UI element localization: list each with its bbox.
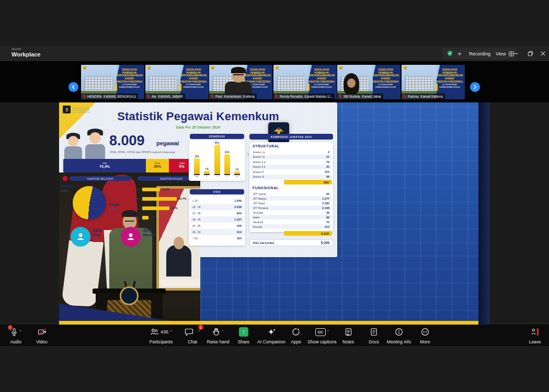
wilayah-pusat-pie-chart <box>73 186 106 220</box>
fungsional-row: JFT Madya1.277 <box>250 196 332 201</box>
grade-bar <box>142 197 177 201</box>
chat-options-caret[interactable]: ^ <box>198 329 200 333</box>
captions-options-caret[interactable]: ^ <box>327 329 329 333</box>
ministry-mini-text <box>87 66 99 70</box>
meeting-toolbar: ! ^ Audio Video 436 ^ Participants 1 ^ <box>0 325 549 346</box>
participant-tile[interactable]: SOSIALISASI PEMBINAAN DAN PENGEMBANGAN K… <box>145 65 209 99</box>
participants-button[interactable]: 436 ^ Participants <box>141 327 181 344</box>
camera-off-icon <box>38 328 47 336</box>
status-segment-pppk: PPPK 20% <box>146 159 169 172</box>
participant-name: Rahma_Kanwil Kalteng <box>408 95 443 98</box>
view-button-label[interactable]: View <box>496 51 506 56</box>
participant-name-tag: Aiy_KANWIL JABAR <box>145 94 185 99</box>
grade-bar-row: Gol IV 18,6% <box>130 186 194 192</box>
portrait-head <box>174 237 184 249</box>
close-button[interactable] <box>539 49 547 57</box>
participant-tile[interactable]: SOSIALISASI PEMBINAAN DAN PENGEMBANGAN K… <box>81 65 144 99</box>
workspace-label: Workplace <box>12 51 40 57</box>
participant-name-tag: Rahma_Kanwil Kalteng <box>402 94 445 99</box>
fungsional-title: FUNGSIONAL <box>253 186 279 190</box>
building-graphic <box>405 76 433 92</box>
generation-bar: 23% Z <box>224 151 230 178</box>
screen-bezel <box>478 102 490 325</box>
fungsional-row: Terampil75 <box>250 220 332 224</box>
zoom-logo: zoom <box>12 47 21 51</box>
ministry-mini-logo <box>211 66 214 70</box>
event-banner: SOSIALISASI PEMBINAAN DAN PENGEMBANGAN K… <box>436 68 463 88</box>
ai-companion-icon <box>267 328 276 337</box>
age-panel-title: USIA <box>190 189 244 194</box>
minimize-button[interactable] <box>511 49 520 57</box>
chat-icon <box>185 328 193 336</box>
participants-options-caret[interactable]: ^ <box>170 329 172 333</box>
participant-tile[interactable]: SOSIALISASI PEMBINAAN DAN PENGEMBANGAN K… <box>209 65 272 99</box>
audio-alert-badge: ! <box>8 325 13 330</box>
ministry-mini-logo <box>83 66 86 70</box>
building-graphic <box>85 76 112 92</box>
age-row: 41 - 45448 <box>190 223 244 229</box>
main-stage-video: KEMENTERIAN HUKUM REPUBLIK INDONESIA <box>59 102 490 325</box>
generation-bar-chart: 12% BB 1% X 64% Y 23% Z <box>192 143 242 178</box>
participants-count: 436 <box>161 329 168 335</box>
ministry-mini-logo <box>339 66 342 70</box>
generation-bar: 1% X <box>204 168 210 178</box>
fungsional-total: 6.228 <box>284 231 332 236</box>
captions-icon: CC <box>315 328 326 336</box>
muted-mic-icon <box>146 94 151 99</box>
age-row: ≤ 251.849 <box>190 198 244 204</box>
grade-bar <box>142 216 148 220</box>
more-icon <box>421 328 429 336</box>
share-screen-icon: ↑ <box>239 327 248 337</box>
total-employees-value: 8.009 <box>109 133 145 149</box>
fungsional-row: JFT Pertama2.166 <box>250 205 332 210</box>
fungsional-row: Mahir86 <box>250 215 332 220</box>
participant-tile[interactable]: SOSIALISASI PEMBINAAN DAN PENGEMBANGAN K… <box>337 65 401 99</box>
audio-options-caret[interactable]: ^ <box>20 329 22 333</box>
meeting-status-pill: Recording View <box>442 48 517 59</box>
male-percentage-circle <box>71 227 90 247</box>
grade-bar-row: Gol II 4,4% <box>130 205 194 211</box>
ministry-mini-text <box>408 66 419 70</box>
leave-button[interactable]: Leave <box>518 327 549 344</box>
pelaksana-row: PELAKSANA 5.209 <box>249 239 333 246</box>
muted-mic-icon <box>403 94 407 99</box>
muted-mic-icon <box>338 94 342 99</box>
participant-tile[interactable]: SOSIALISASI PEMBINAAN DAN PENGEMBANGAN K… <box>402 65 465 99</box>
struktural-row: Eselon II.a76 <box>250 159 332 165</box>
ai-companion-status-icon[interactable] <box>456 51 463 57</box>
filmstrip-next-button[interactable] <box>470 82 480 92</box>
filmstrip-prev-button[interactable] <box>68 82 78 92</box>
pie-right-label: Pusat <box>109 203 119 206</box>
video-button[interactable]: Video <box>25 327 59 344</box>
participant-video-person <box>225 82 252 94</box>
fungsional-row: JFT Utama92 <box>250 191 332 196</box>
portrait-figure <box>166 245 191 276</box>
struktural-row: Eselon III475 <box>250 169 332 175</box>
more-button[interactable]: More <box>408 327 442 344</box>
status-segment-pns: PNS 70,4% <box>63 159 146 172</box>
info-icon <box>395 328 403 336</box>
video-filmstrip: SOSIALISASI PEMBINAAN DAN PENGEMBANGAN K… <box>0 61 549 102</box>
participant-name-tag: HENDRA_KANWIL BENGKULU <box>81 94 138 99</box>
building-graphic <box>149 76 177 92</box>
leave-icon <box>531 328 540 336</box>
recording-label: Recording <box>469 51 490 56</box>
male-stats: 54% Pria 4.349 <box>93 228 102 241</box>
maximize-button[interactable] <box>526 49 534 57</box>
event-banner: SOSIALISASI PEMBINAAN DAN PENGEMBANGAN K… <box>307 68 335 88</box>
age-row: 46 - 50212 <box>190 229 244 235</box>
pie-left-label: Wilayah <box>60 184 74 188</box>
participant-name-tag: Rendy Renaldy_Kanwil Maluku U... <box>273 94 335 99</box>
ministry-mini-logo <box>404 66 407 70</box>
participant-tile[interactable]: SOSIALISASI PEMBINAAN DAN PENGEMBANGAN K… <box>273 65 337 99</box>
podium-emblem <box>120 286 139 305</box>
participant-name: Siti Nurlela_Kanwil Jabar <box>344 95 381 98</box>
security-shield-icon[interactable] <box>447 50 453 57</box>
building-graphic <box>277 76 305 92</box>
window-titlebar: zoom Workplace Recording View <box>0 46 549 61</box>
raise-hand-options-caret[interactable]: ^ <box>222 329 224 333</box>
struktural-total: 692 <box>284 180 332 185</box>
fungsional-row: Pemula104 <box>250 224 332 229</box>
grade-bar <box>142 206 169 210</box>
age-row: 31 - 35829 <box>190 210 244 216</box>
